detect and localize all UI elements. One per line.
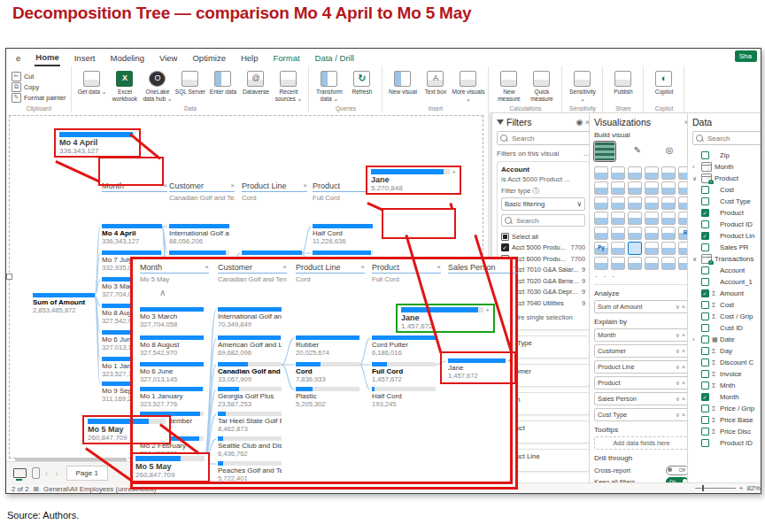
tree-node[interactable]: Cord7,836,933 <box>296 362 359 383</box>
explain-by-field-product[interactable]: Product∨ × <box>594 376 689 389</box>
sensitivity-button[interactable]: Sensitivity ⌄ <box>566 68 599 102</box>
field-checkbox[interactable] <box>701 416 709 424</box>
scatter-chart-icon[interactable] <box>628 197 642 210</box>
field-checkbox[interactable] <box>701 232 709 240</box>
field-checkbox[interactable] <box>701 370 709 378</box>
gauge-icon[interactable] <box>661 212 676 225</box>
expand-chevron-icon[interactable]: ∨ <box>692 175 699 182</box>
ribbon-tab-e[interactable]: e <box>15 50 21 66</box>
key-influencers-icon[interactable] <box>611 242 625 255</box>
more-visuals-button[interactable]: More visuals ⌄ <box>452 68 484 102</box>
field-checkbox[interactable] <box>701 335 709 343</box>
field-row-price-grip[interactable]: ΣPrice / Grip <box>692 403 761 414</box>
chevron-down-icon[interactable]: ∨ × <box>676 332 685 339</box>
field-checkbox[interactable] <box>701 439 709 447</box>
share-button[interactable]: Sha <box>735 50 757 62</box>
tree-node[interactable]: Georgia Golf Plus23,587,253 <box>218 387 282 408</box>
mobile-view-icon[interactable] <box>32 467 40 479</box>
table-icon[interactable] <box>645 227 659 240</box>
tree-node[interactable]: Half Cord11,226,636 <box>313 224 373 245</box>
chevron-down-icon[interactable]: ∨ × <box>676 304 685 311</box>
cross-report-toggle[interactable]: Off <box>666 466 689 475</box>
field-checkbox[interactable] <box>701 312 709 320</box>
inset-decomposition-tree[interactable]: Month×Mo 5 MayMo 3 March327,704,058Mo 8 … <box>133 259 510 482</box>
pie-chart-icon[interactable] <box>661 197 676 210</box>
treemap-icon[interactable] <box>594 212 608 225</box>
onelake-data-hub-button[interactable]: OOneLake data hub ⌄ <box>141 68 174 102</box>
new-measure-button[interactable]: New measure <box>492 68 525 102</box>
power-automate-icon[interactable] <box>645 257 659 270</box>
sql-server-button[interactable]: SQL Server <box>174 68 206 96</box>
field-checkbox[interactable] <box>701 301 709 309</box>
funnel-chart-icon[interactable] <box>611 197 625 210</box>
ribbon-tab-data-drill[interactable]: Data / Drill <box>314 50 355 66</box>
clustered-column-chart-icon[interactable] <box>645 166 659 180</box>
line-and-stacked-column-chart-icon[interactable] <box>645 181 659 195</box>
shape-map-icon[interactable] <box>645 212 659 225</box>
field-row-price-disc[interactable]: ΣPrice Disc <box>692 426 761 437</box>
field-row-account-1[interactable]: Account_1 <box>692 276 761 288</box>
line-chart-icon[interactable] <box>594 181 608 195</box>
tree-node[interactable]: Mo 8 August327,542,970 <box>140 335 204 357</box>
tree-node[interactable]: Mo 4 April336,343,127 <box>102 224 162 245</box>
chevron-down-icon[interactable]: ∨ × <box>676 348 685 355</box>
chevron-down-icon[interactable]: ∨ × <box>676 380 685 387</box>
data-search[interactable] <box>692 131 761 145</box>
expand-chevron-icon[interactable]: › <box>692 164 699 170</box>
tree-node[interactable]: Full Cord1,457,672 <box>372 362 436 383</box>
field-checkbox[interactable] <box>701 347 709 355</box>
python-visual-icon[interactable]: Py <box>594 242 608 255</box>
recent-sources-button[interactable]: Recent sources ⌄ <box>272 68 305 102</box>
field-row-discount-c[interactable]: ΣDiscount C <box>692 357 761 368</box>
eye-icon[interactable]: ◉ <box>576 118 583 127</box>
field-checkbox[interactable] <box>701 324 709 332</box>
field-row-cust-type[interactable]: Cust Type <box>692 196 761 207</box>
field-checkbox[interactable] <box>701 382 709 389</box>
field-checkbox[interactable] <box>701 289 709 297</box>
tree-node[interactable]: Seattle Club and Disc ...6,436,762 <box>218 436 282 458</box>
dot-plot-icon[interactable] <box>645 197 659 210</box>
field-row-product-id[interactable]: Product ID <box>692 219 761 230</box>
more-visuals-ellipsis[interactable]: · · · <box>595 272 689 281</box>
remove-field-icon[interactable]: × <box>282 263 287 272</box>
stacked-column-chart-icon[interactable] <box>611 166 625 180</box>
tree-node[interactable]: Mo 6 June327,013,145 <box>140 362 204 383</box>
field-checkbox[interactable] <box>701 151 709 159</box>
tree-node[interactable]: Half Cord193,245 <box>372 387 436 408</box>
filled-map-icon[interactable] <box>628 212 642 225</box>
field-checkbox[interactable] <box>701 278 709 286</box>
filter-option[interactable]: Acct 5000 Produ...7700 <box>501 243 585 254</box>
field-row-month[interactable]: Month <box>692 391 761 403</box>
field-checkbox[interactable] <box>701 209 709 217</box>
filters-search-input[interactable] <box>510 134 586 143</box>
field-row-product-id[interactable]: Product ID <box>692 437 761 449</box>
checkbox[interactable] <box>501 243 509 251</box>
ribbon-tab-home[interactable]: Home <box>35 50 59 66</box>
data-search-input[interactable] <box>706 134 761 143</box>
tree-node[interactable]: International Golf and ...70,349,849 <box>218 307 282 328</box>
expand-plus-icon[interactable]: + <box>507 359 512 363</box>
stacked-area-chart-icon[interactable] <box>628 181 642 195</box>
ribbon-tab-optimize[interactable]: Optimize <box>191 50 226 66</box>
ribbon-tab-view[interactable]: View <box>158 50 178 66</box>
field-row-mnth[interactable]: ΣMnth <box>692 380 761 391</box>
power-apps-icon[interactable] <box>628 257 642 270</box>
desktop-view-icon[interactable] <box>13 468 27 478</box>
field-row-product[interactable]: ∨Product <box>692 173 761 184</box>
field-checkbox[interactable] <box>701 220 709 228</box>
explain-by-field-customer[interactable]: Customer∨ × <box>594 344 689 358</box>
field-checkbox[interactable] <box>701 266 709 274</box>
filter-option[interactable]: Select all <box>501 231 585 243</box>
new-visual-button[interactable]: New visual <box>386 68 419 96</box>
field-row-amount[interactable]: ΣAmount <box>692 288 761 299</box>
explain-by-field-sales-person[interactable]: Sales Person∨ × <box>594 392 689 405</box>
tree-node[interactable]: +Jane1,457,672 <box>448 359 512 380</box>
arcgis-map-icon[interactable] <box>611 257 625 270</box>
field-checkbox[interactable] <box>701 405 709 412</box>
field-row-transactions[interactable]: ∨Transactions <box>692 253 761 265</box>
filter-type-dropdown[interactable]: Basic filtering∨ <box>501 197 585 211</box>
filter-value-search[interactable] <box>501 214 585 227</box>
analyze-field-well[interactable]: Sum of Amount∨ × <box>594 300 689 313</box>
field-row-cost[interactable]: ΣCost <box>692 299 761 311</box>
area-chart-icon[interactable] <box>611 181 625 195</box>
